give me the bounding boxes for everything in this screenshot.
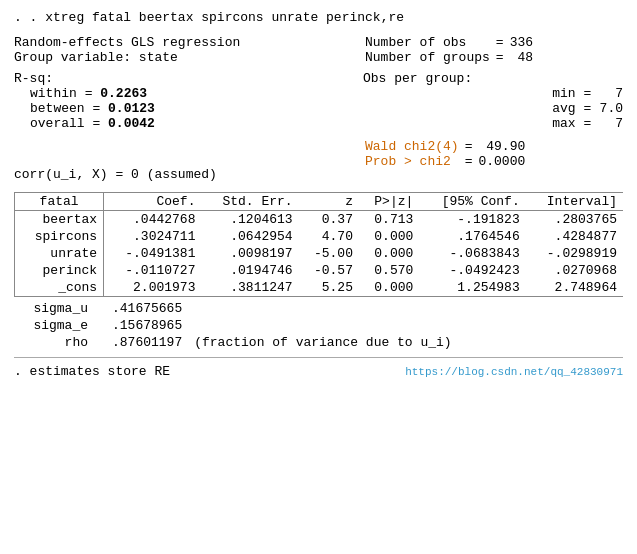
regression-table-container: fatal Coef. Std. Err. z P>|z| [95% Conf.… [14, 192, 623, 298]
cell-coef: -.0110727 [104, 262, 202, 279]
rsq-between-label: between [30, 101, 85, 116]
table-row: _cons 2.001973 .3811247 5.25 0.000 1.254… [15, 279, 624, 297]
rsq-overall-row: overall = 0.0042 [14, 116, 155, 131]
rsq-within-label: within [30, 86, 77, 101]
rho-val: .87601197 [106, 334, 188, 351]
wald-prob-val: 0.0000 [476, 154, 527, 169]
cell-se: .1204613 [201, 211, 298, 229]
col-header-ci-lo: [95% Conf. [419, 193, 525, 211]
obs-per-group-right: Obs per group: min = 7 avg = 7.0 max = 7 [363, 71, 623, 131]
group-variable-line: Group variable: state [14, 50, 240, 65]
cell-ci-lo: -.191823 [419, 211, 525, 229]
group-variable-label: Group variable: [14, 50, 131, 65]
command-text: . xtreg fatal beertax spircons unrate pe… [30, 10, 404, 25]
sigma-u-row: sigma_u .41675665 [14, 300, 458, 317]
bottom-divider [14, 357, 623, 358]
cell-ci-hi: .2803765 [526, 211, 623, 229]
table-row: unrate -.0491381 .0098197 -5.00 0.000 -.… [15, 245, 624, 262]
cell-ci-hi: 2.748964 [526, 279, 623, 297]
rsq-overall-label: overall [30, 116, 85, 131]
cell-name: _cons [15, 279, 104, 297]
cell-ci-lo: .1764546 [419, 228, 525, 245]
num-obs-label: Number of obs [363, 35, 492, 50]
sigma-e-val: .15678965 [106, 317, 188, 334]
wald-prob-label: Prob > chi2 [363, 154, 461, 169]
wald-prob-eq: = [461, 154, 477, 169]
cell-ci-hi: .0270968 [526, 262, 623, 279]
corr-val: 0 (assumed) [131, 167, 217, 182]
cell-se: .0642954 [201, 228, 298, 245]
wald-chi2-eq: = [461, 139, 477, 154]
model-title: Random-effects GLS regression [14, 35, 240, 50]
wald-corr-section: corr(u_i, X) = 0 (assumed) Wald chi2(4) … [14, 139, 623, 182]
rsq-overall-val: 0.0042 [108, 116, 155, 131]
table-header-row: fatal Coef. Std. Err. z P>|z| [95% Conf.… [15, 193, 624, 211]
rsq-within-val: 0.2263 [100, 86, 147, 101]
num-obs-val: 336 [508, 35, 535, 50]
cell-ci-lo: -.0492423 [419, 262, 525, 279]
obs-min-row: min = 7 [363, 86, 623, 101]
sigma-u-label: sigma_u [14, 300, 94, 317]
rsq-left: R-sq: within = 0.2263 between = 0.0123 o… [14, 71, 155, 131]
regression-tbody: beertax .0442768 .1204613 0.37 0.713 -.1… [15, 211, 624, 298]
cell-se: .0098197 [201, 245, 298, 262]
cell-p: 0.713 [359, 211, 419, 229]
cell-p: 0.570 [359, 262, 419, 279]
regression-table: fatal Coef. Std. Err. z P>|z| [95% Conf.… [14, 192, 623, 298]
table-row: perinck -.0110727 .0194746 -0.57 0.570 -… [15, 262, 624, 279]
cell-coef: .0442768 [104, 211, 202, 229]
cell-ci-hi: .4284877 [526, 228, 623, 245]
col-header-p: P>|z| [359, 193, 419, 211]
command-dot: . [14, 10, 30, 25]
obs-min-val: 7 [599, 86, 623, 101]
col-header-z: z [299, 193, 359, 211]
sigma-u-val: .41675665 [106, 300, 188, 317]
rsq-between-row: between = 0.0123 [14, 101, 155, 116]
cell-z: 5.25 [299, 279, 359, 297]
model-info-left: Random-effects GLS regression Group vari… [14, 35, 240, 65]
top-info-section: Random-effects GLS regression Group vari… [14, 35, 623, 65]
bottom-bar: . estimates store RE https://blog.csdn.n… [14, 364, 623, 379]
rho-note: (fraction of variance due to u_i) [188, 334, 457, 351]
rsq-between-val: 0.0123 [108, 101, 155, 116]
watermark: https://blog.csdn.net/qq_42830971 [405, 366, 623, 378]
obs-per-group-label: Obs per group: [363, 71, 623, 86]
model-info-right: Number of obs = 336 Number of groups = 4… [363, 35, 623, 65]
corr-eq: = [115, 167, 123, 182]
cell-name: beertax [15, 211, 104, 229]
rsq-label: R-sq: [14, 71, 155, 86]
cell-coef: 2.001973 [104, 279, 202, 297]
obs-max-label: max = [391, 116, 591, 131]
rho-row: rho .87601197 (fraction of variance due … [14, 334, 458, 351]
cell-z: 0.37 [299, 211, 359, 229]
bottom-command: . estimates store RE [14, 364, 170, 379]
cell-ci-hi: -.0298919 [526, 245, 623, 262]
cell-coef: .3024711 [104, 228, 202, 245]
wald-chi2-label: Wald chi2(4) [363, 139, 461, 154]
cell-z: -0.57 [299, 262, 359, 279]
cell-ci-lo: -.0683843 [419, 245, 525, 262]
num-obs-eq: = [492, 35, 508, 50]
col-header-fatal: fatal [15, 193, 104, 211]
cell-se: .3811247 [201, 279, 298, 297]
command-line: . . xtreg fatal beertax spircons unrate … [14, 10, 623, 25]
cell-name: spircons [15, 228, 104, 245]
cell-ci-lo: 1.254983 [419, 279, 525, 297]
cell-coef: -.0491381 [104, 245, 202, 262]
cell-name: unrate [15, 245, 104, 262]
cell-p: 0.000 [359, 228, 419, 245]
col-header-ci-hi: Interval] [526, 193, 623, 211]
cell-se: .0194746 [201, 262, 298, 279]
cell-p: 0.000 [359, 245, 419, 262]
col-header-coef: Coef. [104, 193, 202, 211]
obs-avg-val: 7.0 [599, 101, 623, 116]
corr-line: corr(u_i, X) = 0 (assumed) [14, 167, 217, 182]
sigma-e-label: sigma_e [14, 317, 94, 334]
table-row: spircons .3024711 .0642954 4.70 0.000 .1… [15, 228, 624, 245]
num-groups-label: Number of groups [363, 50, 492, 65]
sigma-table: sigma_u .41675665 sigma_e .15678965 rho … [14, 300, 458, 351]
corr-left: corr(u_i, X) = 0 (assumed) [14, 139, 217, 182]
rho-label: rho [14, 334, 94, 351]
rsq-section: R-sq: within = 0.2263 between = 0.0123 o… [14, 71, 623, 131]
sigma-e-row: sigma_e .15678965 [14, 317, 458, 334]
